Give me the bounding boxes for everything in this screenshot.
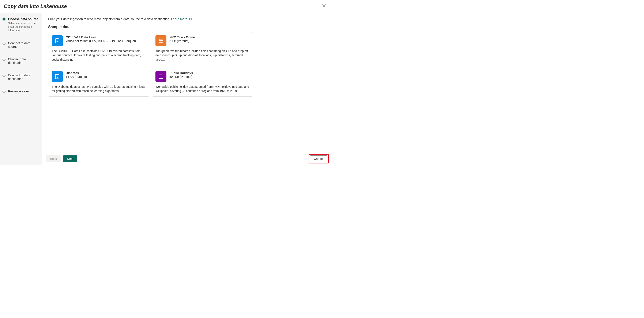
wizard-footer: Back Next Cancel [42,152,332,165]
calendar-icon [156,71,166,82]
sample-card-diabetes[interactable]: Diabetes 14 KB (Parquet) The Diabetes da… [48,68,149,97]
step-bullet-icon [2,58,6,61]
svg-rect-4 [56,38,58,39]
step-bullet-icon [2,42,6,45]
card-description: The green taxi trip records include fiel… [156,49,250,62]
cancel-button[interactable]: Cancel [310,155,328,162]
card-title: COVID-19 Data Lake [66,35,136,39]
card-texts: NYC Taxi - Green 2 GB (Parquet) [170,35,195,46]
back-button: Back [46,155,61,162]
step-title: Review + save [8,89,40,93]
step-description: Select a connector. Then enter the conne… [8,22,40,32]
step-connector [4,50,4,56]
intro-text: Build your data ingestion task to move o… [48,17,171,21]
step-connect-to-data-destination[interactable]: Connect to data destination [2,73,40,81]
card-subtitle: Varied per format (CSV, JSON, JSON Lines… [66,39,136,43]
card-description: Worldwide public holiday data sourced fr… [156,85,250,93]
step-title: Connect to data source [8,41,40,49]
svg-rect-10 [56,74,58,75]
svg-point-13 [160,77,160,77]
card-texts: Public Holidays 500 KB (Parquet) [170,71,193,82]
main-panel: Build your data ingestion task to move o… [42,13,332,165]
sample-data-grid: COVID-19 Data Lake Varied per format (CS… [48,32,253,97]
card-subtitle: 2 GB (Parquet) [170,39,195,43]
card-texts: Diabetes 14 KB (Parquet) [66,71,87,82]
svg-point-16 [160,77,160,78]
sample-card-nyc-taxi[interactable]: NYC Taxi - Green 2 GB (Parquet) The gree… [152,32,253,65]
step-review-save[interactable]: Review + save [2,89,40,93]
svg-point-14 [161,77,161,77]
sample-card-covid19[interactable]: COVID-19 Data Lake Varied per format (CS… [48,32,149,65]
card-texts: COVID-19 Data Lake Varied per format (CS… [66,35,136,46]
cancel-highlight-annotation: Cancel [308,154,329,163]
next-button[interactable]: Next [63,155,77,162]
card-description: The COVID-19 Data Lake contains COVID-19… [52,49,146,62]
step-bullet-icon [2,74,6,77]
card-header: COVID-19 Data Lake Varied per format (CS… [52,35,146,46]
section-title-sample-data: Sample data [48,25,326,29]
dialog-title: Copy data into Lakehouse [4,4,67,9]
close-icon [322,4,326,9]
wizard-stepper: Choose data source Select a connector. T… [0,13,42,165]
learn-more-link[interactable]: Learn more [171,17,192,21]
svg-point-15 [162,77,162,77]
sample-card-public-holidays[interactable]: Public Holidays 500 KB (Parquet) Worldwi… [152,68,253,97]
clipboard-pulse-icon [52,35,63,46]
svg-point-17 [161,77,161,78]
card-subtitle: 500 KB (Parquet) [170,75,193,79]
dialog-header: Copy data into Lakehouse [0,0,332,13]
step-title: Choose data destination [8,57,40,65]
step-title: Choose data source [8,17,40,21]
card-description: The Diabetes dataset has 442 samples wit… [52,85,146,93]
step-title: Connect to data destination [8,73,40,81]
card-title: NYC Taxi - Green [170,35,195,39]
card-header: Public Holidays 500 KB (Parquet) [156,71,250,82]
step-bullet-icon [2,90,6,93]
step-connect-to-data-source[interactable]: Connect to data source [2,41,40,49]
step-connector [4,66,4,72]
step-connector [4,82,4,88]
clipboard-pulse-icon [52,71,63,82]
learn-more-label: Learn more [171,17,187,21]
svg-rect-5 [159,40,163,42]
step-choose-data-source[interactable]: Choose data source Select a connector. T… [2,17,40,32]
card-header: NYC Taxi - Green 2 GB (Parquet) [156,35,250,46]
step-connector [4,34,4,40]
card-header: Diabetes 14 KB (Parquet) [52,71,146,82]
intro-text-row: Build your data ingestion task to move o… [48,17,326,21]
step-bullet-active-icon [2,18,6,21]
main-content: Build your data ingestion task to move o… [42,13,332,152]
card-subtitle: 14 KB (Parquet) [66,75,87,79]
card-title: Diabetes [66,71,87,75]
taxi-icon [156,35,166,46]
card-title: Public Holidays [170,71,193,75]
svg-point-18 [162,77,162,78]
step-choose-data-destination[interactable]: Choose data destination [2,57,40,65]
external-link-icon [189,17,192,21]
close-button[interactable] [321,3,328,10]
